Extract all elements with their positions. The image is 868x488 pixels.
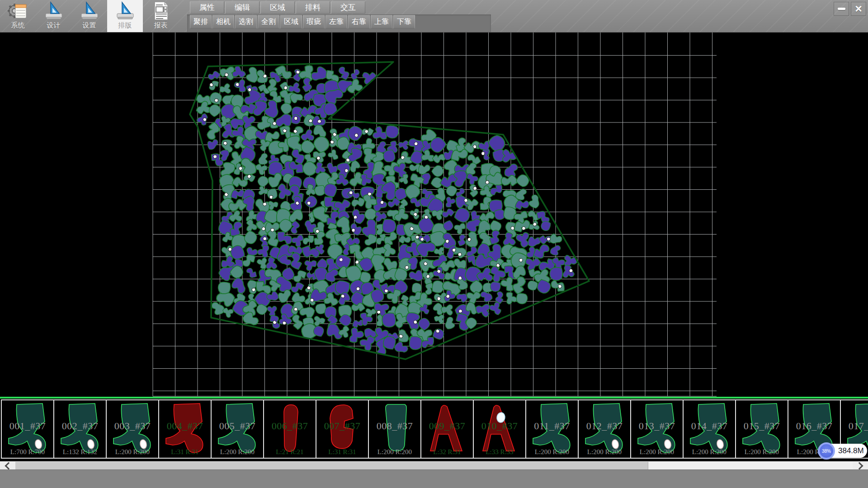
tool-button-snap-top[interactable]: 上靠 [371,15,392,28]
tool-button-region[interactable]: 区域 [280,15,302,28]
app-button-label: 设置 [83,21,96,30]
piece-name: 010_#37 [474,420,525,432]
ribbon-tab-row: 属性 编辑 区域 排料 交互 [190,1,366,14]
piece-lr-count: L:31 R:31 [159,448,211,456]
minimize-button[interactable] [834,2,849,16]
piece-thumbnail[interactable]: 009_#37 L:32 R:31 [420,399,474,459]
tool-button-snap-right[interactable]: 右靠 [348,15,370,28]
piece-lr-count: L:200 R:200 [107,448,158,456]
system-gear-icon [8,1,28,21]
design-ruler-icon [43,1,64,21]
window-controls: ✕ [834,2,866,16]
tool-button-snap-bottom[interactable]: 下靠 [393,15,415,28]
piece-lr-count: L:21 R:21 [264,448,316,456]
piece-thumbnail[interactable]: 015_#37 L:200 R:200 [735,399,788,459]
piece-name: 016_#37 [788,420,840,432]
piece-name: 001_#37 [2,420,53,432]
piece-name: 009_#37 [421,420,473,432]
tab-region[interactable]: 区域 [260,1,295,14]
piece-thumbnail[interactable]: 008_#37 L:200 R:200 [368,399,421,459]
app-button-label: 排版 [118,21,132,30]
tab-nesting[interactable]: 排料 [296,1,330,14]
progress-circle: 38% [818,442,835,460]
piece-lr-count: L:32 R:31 [421,448,473,456]
tool-button-cluster-nest[interactable]: 聚排 [190,15,212,28]
tool-button-cut-all[interactable]: 全割 [258,15,279,28]
piece-name: 007_#37 [316,420,368,432]
piece-lr-count: L:200 R:200 [684,448,735,456]
app-button-design[interactable]: 设计 [36,0,71,32]
piece-thumbnail[interactable]: 013_#37 L:200 R:200 [630,399,684,459]
piece-thumbnail[interactable]: 011_#37 L:200 R:200 [525,399,579,459]
canvas-area [0,33,868,397]
ribbon-tool-row: 聚排 相机 选割 全割 区域 瑕疵 左靠 右靠 上靠 下靠 [190,15,416,28]
app-button-nesting[interactable]: 排版 [107,0,143,32]
horizontal-scrollbar[interactable] [0,461,868,469]
piece-name: 017_#37 [841,420,868,432]
memory-value: 384.8M [838,444,864,458]
scrollbar-thumb[interactable] [15,462,648,469]
piece-thumbnail[interactable]: 007_#37 L:31 R:31 [316,399,369,459]
piece-name: 002_#37 [54,420,106,432]
piece-name: 015_#37 [736,420,788,432]
minimize-icon [838,8,845,10]
tool-button-select-cut[interactable]: 选割 [235,15,257,28]
piece-name: 014_#37 [684,420,735,432]
tab-edit[interactable]: 编辑 [225,1,259,14]
tab-properties[interactable]: 属性 [190,1,224,14]
settings-ruler-icon [79,1,100,21]
piece-name: 011_#37 [526,420,578,432]
piece-lr-count: L:31 R:31 [316,448,368,456]
piece-lr-count: L:200 R:200 [212,448,263,456]
app-button-settings[interactable]: 设置 [71,0,107,32]
tab-interact[interactable]: 交互 [331,1,365,14]
scroll-right-button[interactable] [853,462,868,469]
nesting-canvas[interactable] [0,33,868,397]
piece-thumbnail[interactable]: 003_#37 L:200 R:200 [106,399,159,459]
piece-name: 008_#37 [369,420,420,432]
piece-thumbnail[interactable]: 005_#37 L:200 R:200 [211,399,264,459]
piece-lr-count: L:132 R:132 [54,448,106,456]
piece-name: 003_#37 [107,420,158,432]
piece-thumbnail[interactable]: 006_#37 L:21 R:21 [263,399,316,459]
app-button-label: 设计 [47,21,61,30]
piece-thumbnail-strip: 001_#37 L:700 R:700 002_#37 L:132 R:132 … [0,397,868,461]
memory-badge: 38% 384.8M [819,444,867,458]
piece-lr-count: L:33 R:33 [474,448,525,456]
tool-button-camera[interactable]: 相机 [212,15,234,28]
piece-lr-count: L:200 R:200 [579,448,630,456]
close-icon: ✕ [854,4,863,14]
piece-thumbnail[interactable]: 010_#37 L:33 R:33 [473,399,526,459]
strip-top-border [0,397,868,399]
app-button-report[interactable]: 报表 [143,0,179,32]
piece-thumbnail[interactable]: 002_#37 L:132 R:132 [53,399,107,459]
piece-thumbnail[interactable]: 014_#37 L:200 R:200 [683,399,736,459]
title-bar: 系统 设计 设置 [0,0,868,33]
piece-lr-count: L:200 R:200 [526,448,578,456]
scroll-left-button[interactable] [0,462,15,469]
piece-name: 012_#37 [579,420,630,432]
piece-lr-count: L:700 R:700 [2,448,53,456]
report-doc-icon [151,1,171,21]
piece-name: 013_#37 [631,420,683,432]
tool-button-defect[interactable]: 瑕疵 [303,15,325,28]
nesting-ruler-icon [115,1,136,21]
piece-thumbnail[interactable]: 004_#37 L:31 R:31 [158,399,212,459]
close-button[interactable]: ✕ [851,2,866,16]
status-bar [0,469,868,488]
app-button-label: 报表 [154,21,168,30]
chevron-right-icon [856,462,863,469]
tool-button-snap-left[interactable]: 左靠 [326,15,347,28]
piece-name: 006_#37 [264,420,316,432]
piece-thumbnail[interactable]: 001_#37 L:700 R:700 [1,399,54,459]
progress-percent: 38% [822,449,831,454]
app-button-system[interactable]: 系统 [0,0,36,32]
app-toolbar: 系统 设计 设置 [0,0,179,32]
piece-lr-count: L:200 R:200 [369,448,420,456]
piece-lr-count: L:200 R:200 [736,448,788,456]
piece-name: 004_#37 [159,420,211,432]
piece-lr-count: L:200 R:200 [631,448,683,456]
piece-thumbnail[interactable]: 012_#37 L:200 R:200 [578,399,631,459]
piece-name: 005_#37 [212,420,263,432]
chevron-left-icon [5,462,13,469]
